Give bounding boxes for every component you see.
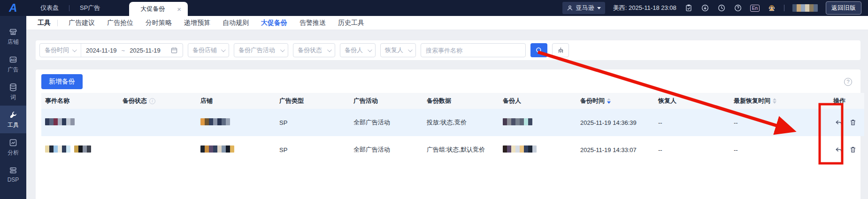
tab-dashboard[interactable]: 仪表盘 — [30, 0, 69, 16]
back-to-old-version-button[interactable]: 返回旧版 — [826, 1, 861, 15]
subnav-item-ad-position[interactable]: 广告抢位 — [101, 19, 139, 27]
sidebar-item-keywords[interactable]: 词 — [0, 78, 26, 106]
cell-latest-restore-time: -- — [730, 109, 822, 136]
close-icon[interactable]: × — [177, 6, 181, 13]
cell-backup-status — [119, 136, 197, 163]
subnav-item-incremental-budget[interactable]: 递增预算 — [178, 19, 216, 27]
clear-filters-button[interactable] — [552, 43, 569, 57]
cell-campaign: 全部广告活动 — [350, 136, 423, 163]
history-icon[interactable] — [717, 4, 726, 12]
subnav-item-promo-backup[interactable]: 大促备份 — [255, 19, 293, 27]
sort-toggle[interactable] — [607, 98, 611, 104]
subnav-root-label: 工具 — [32, 19, 56, 27]
help-icon[interactable] — [734, 4, 742, 12]
tasks-icon[interactable] — [684, 4, 693, 12]
app-logo[interactable]: A — [0, 0, 26, 16]
redacted-username — [792, 4, 818, 12]
download-icon[interactable] — [701, 4, 709, 12]
cell-ad-type: SP — [276, 109, 350, 136]
chart-icon — [8, 138, 18, 147]
cell-backup-status — [119, 109, 197, 136]
cell-backup-time: 2025-11-19 14:36:39 — [576, 109, 654, 136]
col-actions: 操作 — [822, 93, 864, 109]
sidebar-item-ads[interactable]: AD 广告 — [0, 50, 26, 78]
subnav-item-alert-push[interactable]: 告警推送 — [293, 19, 332, 27]
redacted-store — [200, 118, 230, 125]
col-restore-person: 恢复人 — [654, 93, 730, 109]
cell-restore-person: -- — [654, 109, 730, 136]
cell-backup-data: 广告组:状态,默认竞价 — [423, 136, 499, 163]
cell-actions — [822, 136, 864, 163]
database-icon — [8, 83, 18, 92]
cell-restore-person: -- — [654, 136, 730, 163]
store-icon — [8, 27, 18, 37]
backup-time-filter: 备份时间 2024-11-19 ~ 2025-11-19 — [39, 43, 183, 57]
restore-person-select[interactable]: 恢复人 — [380, 43, 416, 57]
cell-actions — [822, 109, 864, 136]
cell-event-name — [41, 109, 119, 136]
backup-store-select[interactable]: 备份店铺 — [188, 43, 229, 57]
redacted-person — [503, 118, 532, 125]
add-backup-button[interactable]: 新增备份 — [41, 74, 83, 89]
chevron-down-icon — [280, 47, 285, 52]
chevron-down-icon — [327, 47, 332, 52]
wrench-icon — [8, 110, 18, 120]
account-dropdown[interactable]: 亚马逊 — [562, 2, 605, 14]
col-backup-time: 备份时间 — [576, 93, 654, 109]
sidebar-item-tools[interactable]: 工具 — [0, 106, 26, 133]
sidebar-item-store[interactable]: 店铺 — [0, 23, 26, 50]
redacted-store — [200, 145, 234, 153]
left-sidebar: A 店铺 AD 广告 词 工具 分析 — [0, 0, 26, 199]
top-bar: 仪表盘 SP广告 大促备份 × 亚马逊 美西: 2025-11-18 23:08 — [26, 0, 868, 16]
date-range-picker[interactable]: 2024-11-19 ~ 2025-11-19 — [81, 44, 183, 57]
table-row: SP 全部广告活动 投放:状态,竞价 2025-11-19 14:36:39 -… — [41, 109, 864, 136]
redacted-person — [503, 145, 537, 153]
delete-icon[interactable] — [849, 145, 857, 154]
chevron-down-icon — [221, 47, 226, 52]
divider — [57, 20, 58, 26]
backup-campaign-select[interactable]: 备份广告活动 — [234, 43, 288, 57]
support-headset-icon[interactable] — [768, 4, 776, 12]
cell-event-name — [41, 136, 119, 163]
col-backup-status: 备份状态i — [119, 93, 197, 109]
cell-backup-person — [499, 136, 576, 163]
user-icon — [567, 5, 573, 11]
cell-latest-restore-time: -- — [730, 136, 822, 163]
tab-promo-backup[interactable]: 大促备份 × — [129, 2, 188, 16]
cell-store — [197, 109, 276, 136]
chevron-down-icon — [72, 47, 77, 52]
sidebar-item-analytics[interactable]: 分析 — [0, 133, 26, 161]
sidebar-item-dsp[interactable]: DSP — [0, 161, 26, 187]
time-field-select[interactable]: 备份时间 — [40, 44, 81, 57]
chevron-down-icon — [408, 47, 413, 52]
col-backup-person: 备份人 — [499, 93, 576, 109]
redacted-event-name — [74, 145, 91, 153]
filter-bar: 备份时间 2024-11-19 ~ 2025-11-19 备份店铺 备份广告活动… — [36, 40, 860, 60]
subnav-item-auto-rules[interactable]: 自动规则 — [216, 19, 255, 27]
search-button[interactable] — [530, 43, 547, 57]
cell-campaign: 全部广告活动 — [350, 109, 423, 136]
language-toggle[interactable]: En — [750, 5, 760, 12]
panel-help-icon[interactable]: ? — [844, 78, 852, 86]
backup-person-select[interactable]: 备份人 — [340, 43, 376, 57]
cell-backup-time: 2025-11-19 14:33:07 — [576, 136, 654, 163]
col-store: 店铺 — [197, 93, 276, 109]
backup-status-select[interactable]: 备份状态 — [293, 43, 335, 57]
restore-icon[interactable] — [834, 118, 843, 127]
restore-icon[interactable] — [834, 145, 843, 154]
search-icon — [535, 46, 543, 54]
broom-icon — [557, 46, 565, 54]
tab-sp-ads[interactable]: SP广告 — [69, 0, 110, 16]
info-icon[interactable]: i — [149, 98, 155, 104]
sort-toggle[interactable] — [773, 98, 776, 104]
backup-panel: 新增备份 ? 事件名称 备份状态i 店铺 广告类型 广告活动 备份数 — [36, 69, 860, 199]
search-input[interactable] — [421, 43, 526, 57]
subnav-item-ad-suggestion[interactable]: 广告建议 — [62, 19, 101, 27]
col-latest-restore-time: 最新恢复时间 — [730, 93, 822, 109]
subnav-item-history-tools[interactable]: 历史工具 — [332, 19, 370, 27]
tools-subnav: 工具 广告建议 广告抢位 分时策略 递增预算 自动规则 大促备份 告警推送 历史… — [26, 16, 868, 30]
col-campaign: 广告活动 — [350, 93, 423, 109]
subnav-item-dayparting[interactable]: 分时策略 — [139, 19, 178, 27]
cell-ad-type: SP — [276, 136, 350, 163]
delete-icon[interactable] — [849, 118, 857, 127]
